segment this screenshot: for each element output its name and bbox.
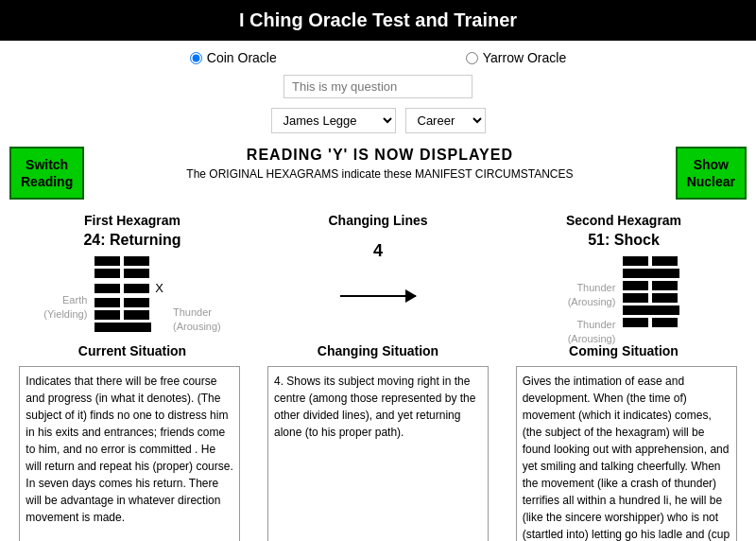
context-select[interactable]: Career Love General — [405, 108, 486, 133]
first-hexagram: First Hexagram 24: Returning Earth(Yield… — [22, 213, 243, 332]
yarrow-oracle-label: Yarrow Oracle — [483, 50, 566, 65]
first-hex-title: First Hexagram — [22, 213, 243, 228]
arrow-container — [340, 295, 416, 297]
coin-oracle-label: Coin Oracle — [207, 50, 277, 65]
first-hex-labels-left: Earth(Yielding) — [43, 256, 87, 330]
oracle-selection: Coin Oracle Yarrow Oracle — [0, 41, 756, 71]
first-hex-labels-right: Thunder(Arousing) — [173, 256, 221, 330]
coin-oracle-option[interactable]: Coin Oracle — [190, 50, 277, 65]
question-input[interactable] — [284, 75, 472, 98]
yarrow-oracle-option[interactable]: Yarrow Oracle — [466, 50, 566, 65]
text-boxes: Indicates that there will be free course… — [0, 362, 756, 541]
second-hex-name: 51: Shock — [513, 232, 734, 249]
first-hex-name: 24: Returning — [22, 232, 243, 249]
current-situation-label: Current Situation — [22, 343, 243, 358]
changing-lines-value: 4 — [373, 241, 383, 261]
changing-lines: Changing Lines 4 — [267, 213, 489, 332]
dropdowns-row: James Legge Wilhelm/Baynes Other Career … — [0, 102, 756, 141]
changing-line-marker: X — [155, 281, 163, 295]
title-text: I Ching Oracle Test and Trainer — [239, 9, 517, 30]
second-hexagram: Second Hexagram 51: Shock Thunder(Arousi… — [513, 213, 734, 332]
second-hex-title: Second Hexagram — [513, 213, 734, 228]
coming-situation-label: Coming Situation — [513, 343, 734, 358]
app-title: I Ching Oracle Test and Trainer — [0, 0, 756, 41]
changing-situation-text: 4. Shows its subject moving right in the… — [267, 366, 489, 541]
changing-lines-title: Changing Lines — [329, 213, 428, 228]
switch-reading-button[interactable]: SwitchReading — [9, 147, 84, 200]
current-situation-text: Indicates that there will be free course… — [19, 366, 240, 541]
changing-situation-label: Changing Situation — [267, 343, 489, 358]
coin-oracle-radio[interactable] — [190, 52, 202, 64]
first-hex-lines: Earth(Yielding) X — [22, 256, 243, 332]
second-hex-line-group — [623, 256, 679, 327]
reading-subtitle: The ORIGINAL HEXAGRAMS indicate these MA… — [84, 167, 675, 181]
question-row — [0, 71, 756, 102]
hexagram-row: First Hexagram 24: Returning Earth(Yield… — [0, 205, 756, 336]
reading-title: READING 'Y' IS NOW DISPLAYED — [84, 147, 675, 164]
first-hex-line-group: X — [94, 256, 165, 332]
situation-labels: Current Situation Changing Situation Com… — [0, 336, 756, 362]
second-hex-lines: Thunder(Arousing) Thunder(Arousing) — [513, 256, 734, 330]
coming-situation-text: Gives the intimation of ease and develop… — [516, 366, 737, 541]
direction-arrow — [340, 295, 416, 297]
yarrow-oracle-radio[interactable] — [466, 52, 478, 64]
second-hex-labels-left: Thunder(Arousing) Thunder(Arousing) — [568, 256, 616, 330]
translator-select[interactable]: James Legge Wilhelm/Baynes Other — [271, 108, 396, 133]
reading-area: SwitchReading READING 'Y' IS NOW DISPLAY… — [0, 141, 756, 205]
show-nuclear-button[interactable]: ShowNuclear — [676, 147, 747, 200]
reading-center: READING 'Y' IS NOW DISPLAYED The ORIGINA… — [84, 147, 675, 181]
